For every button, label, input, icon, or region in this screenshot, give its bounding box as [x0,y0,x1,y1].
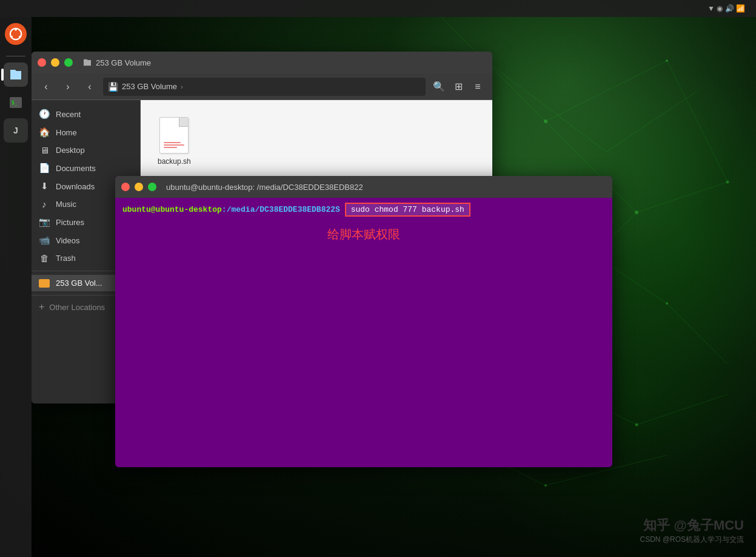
terminal-close-button[interactable] [121,183,130,191]
svg-line-4 [637,182,728,212]
svg-line-2 [667,61,728,182]
downloads-icon: ⬇ [39,181,50,192]
left-dock: $_ J [0,17,32,557]
svg-point-25 [10,36,13,38]
sidebar-pictures-label: Pictures [56,218,84,227]
dock-divider [6,56,25,56]
other-locations-label: Other Locations [49,303,105,312]
svg-point-20 [666,302,668,305]
terminal-body[interactable]: ubuntu@ubuntu-desktop :/media/DC38EDDE38… [115,198,612,467]
ubuntu-logo[interactable] [5,23,27,45]
sidebar-item-home[interactable]: 🏠 Home [32,123,140,141]
taskbar-right-area: ▼ ◉ 🔊 📶 [707,4,750,13]
sidebar-item-recent[interactable]: 🕐 Recent [32,105,140,123]
volume-icon [39,279,50,288]
terminal-titlebar: ubuntu@ubuntu-desktop: /media/DC38EDDE38… [115,176,612,198]
svg-point-24 [15,29,17,31]
dock-terminal-icon[interactable]: $_ [4,90,28,115]
svg-line-12 [637,394,728,425]
desktop-icon: 🖥 [39,145,50,155]
sidebar-home-label: Home [56,128,77,137]
terminal-prompt-dollar [340,205,345,214]
path-bar: 💾 253 GB Volume › [103,78,426,96]
sidebar-item-desktop[interactable]: 🖥 Desktop [32,141,140,159]
back-button[interactable]: ‹ [38,78,55,95]
parent-button[interactable]: ‹ [81,78,98,95]
svg-point-16 [666,59,668,62]
svg-point-26 [19,36,21,38]
file-manager-title: 253 GB Volume [82,58,151,67]
svg-point-21 [635,424,638,427]
terminal-command: sudo chmod 777 backup.sh [345,203,470,217]
sidebar-volume-label: 253 GB Vol... [56,278,102,288]
sidebar-desktop-label: Desktop [56,146,85,155]
path-segment: 253 GB Volume [122,82,177,91]
view-button[interactable]: ⊞ [450,78,467,95]
svg-text:$_: $_ [12,100,18,106]
window-minimize-button[interactable] [51,58,59,67]
sidebar-music-label: Music [56,200,76,209]
file-grid: backup.sh [153,112,480,170]
svg-line-7 [606,91,697,152]
terminal-prompt-path: :/media/DC38EDDE38EDB822S [222,205,340,214]
file-manager-titlebar: 253 GB Volume [32,52,492,73]
terminal-annotation: 给脚本赋权限 [122,226,605,243]
svg-point-18 [635,211,638,214]
watermark-sub-text: CSDN @ROS机器人学习与交流 [640,535,744,545]
svg-line-6 [485,61,606,152]
toolbar-right-buttons: 🔍 ⊞ ≡ [430,78,486,95]
svg-point-22 [544,484,547,487]
terminal-prompt-line: ubuntu@ubuntu-desktop :/media/DC38EDDE38… [122,203,605,217]
file-icon-backup [159,117,189,154]
dock-app-icon-j[interactable]: J [4,118,28,143]
svg-line-10 [667,303,728,364]
terminal-window: ubuntu@ubuntu-desktop: /media/DC38EDDE38… [115,176,612,467]
file-manager-title-text: 253 GB Volume [96,58,151,67]
file-lines-decoration [164,142,184,149]
svg-point-17 [726,181,729,184]
music-icon: ♪ [39,199,50,209]
top-taskbar: ▼ ◉ 🔊 📶 [0,0,756,17]
recent-icon: 🕐 [39,109,50,120]
window-close-button[interactable] [38,58,46,67]
dock-files-icon[interactable] [4,62,28,87]
path-arrow: › [181,83,183,90]
watermark: 知乎 @兔子MCU CSDN @ROS机器人学习与交流 [640,516,744,545]
watermark-main-text: 知乎 @兔子MCU [640,516,744,535]
forward-button[interactable]: › [59,78,76,95]
pictures-icon: 📷 [39,217,50,228]
terminal-title-text: ubuntu@ubuntu-desktop: /media/DC38EDDE38… [166,183,363,192]
sidebar-downloads-label: Downloads [56,182,95,191]
videos-icon: 📹 [39,235,50,246]
sidebar-item-documents[interactable]: 📄 Documents [32,159,140,177]
search-button[interactable]: 🔍 [430,78,447,95]
documents-icon: 📄 [39,163,50,174]
terminal-maximize-button[interactable] [148,183,156,191]
window-maximize-button[interactable] [64,58,73,67]
trash-icon: 🗑 [39,253,50,263]
file-name-backup: backup.sh [158,157,191,166]
menu-button[interactable]: ≡ [469,78,486,95]
terminal-minimize-button[interactable] [135,183,143,191]
svg-point-15 [544,120,547,123]
path-text: 253 GB Volume [122,82,177,91]
sidebar-videos-label: Videos [56,236,80,245]
home-icon: 🏠 [39,127,50,138]
file-item-backup[interactable]: backup.sh [153,112,196,170]
path-drive-icon: 💾 [108,82,118,92]
terminal-prompt-user: ubuntu@ubuntu-desktop [122,205,222,214]
sidebar-documents-label: Documents [56,164,96,173]
sidebar-recent-label: Recent [56,110,81,119]
add-icon: + [39,302,44,312]
svg-line-1 [546,61,667,121]
file-manager-toolbar: ‹ › ‹ 💾 253 GB Volume › 🔍 ⊞ ≡ [32,73,492,100]
taskbar-icons: ▼ ◉ 🔊 📶 [707,4,745,13]
sidebar-trash-label: Trash [56,254,76,263]
